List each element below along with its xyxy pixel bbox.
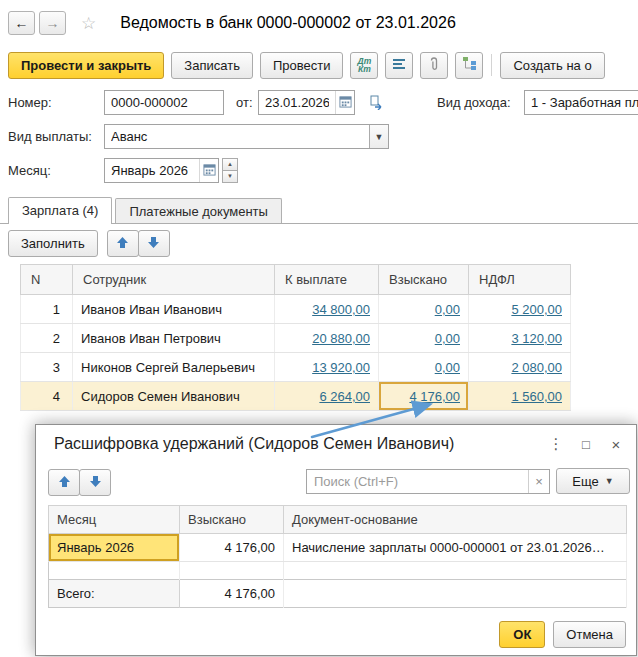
tab-strip: Зарплата (4) Платежные документы bbox=[0, 194, 638, 224]
back-icon: ← bbox=[15, 15, 29, 31]
date-label: от: bbox=[236, 90, 253, 115]
withheld-link[interactable]: 4 176,00 bbox=[409, 389, 460, 404]
tab-salary[interactable]: Зарплата (4) bbox=[8, 197, 112, 224]
favorite-star-icon[interactable]: ☆ bbox=[81, 13, 96, 34]
dtkt-button[interactable]: ДтКт bbox=[350, 52, 378, 79]
column-header-ndfl[interactable]: НДФЛ bbox=[469, 265, 571, 295]
withholding-details-dialog: Расшифровка удержаний (Сидоров Семен Ива… bbox=[35, 424, 637, 656]
tab-payment-documents[interactable]: Платежные документы bbox=[115, 198, 281, 223]
back-button[interactable]: ← bbox=[8, 11, 35, 35]
payment-type-dropdown-button[interactable]: ▼ bbox=[369, 125, 388, 148]
income-type-field bbox=[524, 90, 638, 115]
cell-employee[interactable]: Иванов Иван Иванович bbox=[73, 295, 275, 324]
number-input[interactable] bbox=[105, 91, 223, 114]
move-down-button[interactable] bbox=[138, 230, 170, 257]
dialog-move-down-button[interactable] bbox=[79, 469, 111, 496]
cell-row-number[interactable]: 3 bbox=[21, 353, 73, 382]
paperclip-icon bbox=[427, 56, 441, 75]
forward-icon: → bbox=[46, 15, 60, 31]
payout-link[interactable]: 13 920,00 bbox=[312, 360, 370, 375]
column-header-employee[interactable]: Сотрудник bbox=[73, 265, 275, 295]
payout-link[interactable]: 6 264,00 bbox=[319, 389, 370, 404]
cell-ndfl: 2 080,00 bbox=[469, 353, 571, 382]
cell-row-number[interactable]: 1 bbox=[21, 295, 73, 324]
cell-payout: 6 264,00 bbox=[275, 382, 379, 411]
column-header-payout[interactable]: К выплате bbox=[275, 265, 379, 295]
month-field bbox=[104, 158, 219, 183]
reports-button[interactable] bbox=[385, 52, 413, 79]
dialog-move-up-button[interactable] bbox=[48, 469, 80, 496]
payment-type-field: ▼ bbox=[104, 124, 389, 149]
cell-document[interactable]: Начисление зарплаты 0000-000001 от 23.01… bbox=[284, 534, 627, 562]
total-value: 4 176,00 bbox=[180, 580, 284, 608]
cell-employee[interactable]: Сидоров Семен Иванович bbox=[73, 382, 275, 411]
date-input[interactable] bbox=[259, 91, 335, 114]
cancel-button[interactable]: Отмена bbox=[553, 621, 626, 648]
withheld-link[interactable]: 0,00 bbox=[435, 331, 460, 346]
post-and-close-button[interactable]: Провести и закрыть bbox=[8, 52, 164, 79]
column-header-month[interactable]: Месяц bbox=[49, 506, 180, 534]
cell-payout: 34 800,00 bbox=[275, 295, 379, 324]
dialog-close-button[interactable]: × bbox=[601, 432, 631, 456]
titlebar: ← → ☆ Ведомость в банк 0000-000002 от 23… bbox=[0, 0, 638, 46]
ndfl-link[interactable]: 2 080,00 bbox=[511, 360, 562, 375]
month-step-up-button[interactable]: ▲ bbox=[222, 158, 238, 171]
move-buttons bbox=[107, 230, 170, 257]
payment-type-input[interactable] bbox=[105, 125, 369, 148]
income-type-input[interactable] bbox=[525, 91, 638, 114]
cell-month-selected[interactable]: Январь 2026 bbox=[49, 534, 180, 562]
related-documents-button[interactable] bbox=[366, 92, 388, 114]
column-header-n[interactable]: N bbox=[21, 265, 73, 295]
month-calendar-button[interactable] bbox=[199, 159, 218, 182]
dialog-footer: ОК Отмена bbox=[499, 621, 626, 648]
ndfl-link[interactable]: 5 200,00 bbox=[511, 302, 562, 317]
forward-button[interactable]: → bbox=[39, 11, 66, 35]
column-header-document[interactable]: Документ-основание bbox=[284, 506, 627, 534]
post-button[interactable]: Провести bbox=[260, 52, 344, 79]
withheld-link[interactable]: 0,00 bbox=[435, 302, 460, 317]
attachments-button[interactable] bbox=[420, 52, 448, 79]
total-label: Всего: bbox=[49, 580, 180, 608]
chevron-down-icon: ▼ bbox=[375, 132, 384, 142]
fill-button[interactable]: Заполнить bbox=[8, 230, 98, 257]
calendar-icon bbox=[339, 95, 352, 111]
table-spacer-row bbox=[49, 562, 627, 580]
ndfl-link[interactable]: 1 560,00 bbox=[511, 389, 562, 404]
month-step-down-button[interactable]: ▼ bbox=[222, 171, 238, 183]
cell-employee[interactable]: Иванов Иван Петрович bbox=[73, 324, 275, 353]
withheld-link[interactable]: 0,00 bbox=[435, 360, 460, 375]
structure-icon bbox=[462, 56, 477, 74]
month-input[interactable] bbox=[105, 159, 199, 182]
structure-button[interactable] bbox=[455, 52, 483, 79]
more-actions-label: Еще bbox=[572, 474, 598, 489]
cell-row-number[interactable]: 4 bbox=[21, 382, 73, 411]
column-header-withheld[interactable]: Взыскано bbox=[180, 506, 284, 534]
dialog-more-button[interactable]: ⋮ bbox=[541, 432, 571, 456]
table-row-selected: 4 Сидоров Семен Иванович 6 264,00 4 176,… bbox=[21, 382, 571, 411]
more-actions-button[interactable]: Еще ▼ bbox=[556, 468, 630, 494]
create-based-on-button[interactable]: Создать на о bbox=[500, 52, 604, 79]
dialog-move-buttons bbox=[48, 469, 111, 496]
cell-payout: 13 920,00 bbox=[275, 353, 379, 382]
cell-withheld[interactable]: 4 176,00 bbox=[180, 534, 284, 562]
table-total-row: Всего: 4 176,00 bbox=[49, 580, 627, 608]
dialog-maximize-button[interactable]: □ bbox=[571, 432, 601, 456]
close-icon: × bbox=[612, 436, 621, 453]
ndfl-link[interactable]: 3 120,00 bbox=[511, 331, 562, 346]
month-label: Месяц: bbox=[8, 158, 51, 183]
number-field bbox=[104, 90, 224, 115]
payout-link[interactable]: 34 800,00 bbox=[312, 302, 370, 317]
clear-search-button[interactable]: × bbox=[528, 470, 549, 493]
payout-link[interactable]: 20 880,00 bbox=[312, 331, 370, 346]
save-button[interactable]: Записать bbox=[171, 52, 253, 79]
toolbar-separator bbox=[491, 54, 492, 76]
date-calendar-button[interactable] bbox=[335, 91, 354, 114]
cell-employee[interactable]: Никонов Сергей Валерьевич bbox=[73, 353, 275, 382]
cell-row-number[interactable]: 2 bbox=[21, 324, 73, 353]
search-input[interactable] bbox=[307, 470, 528, 493]
column-header-withheld[interactable]: Взыскано bbox=[379, 265, 469, 295]
ok-button[interactable]: ОК bbox=[499, 621, 545, 648]
income-type-label: Вид дохода: bbox=[437, 90, 511, 115]
date-field bbox=[258, 90, 355, 115]
move-up-button[interactable] bbox=[107, 230, 139, 257]
